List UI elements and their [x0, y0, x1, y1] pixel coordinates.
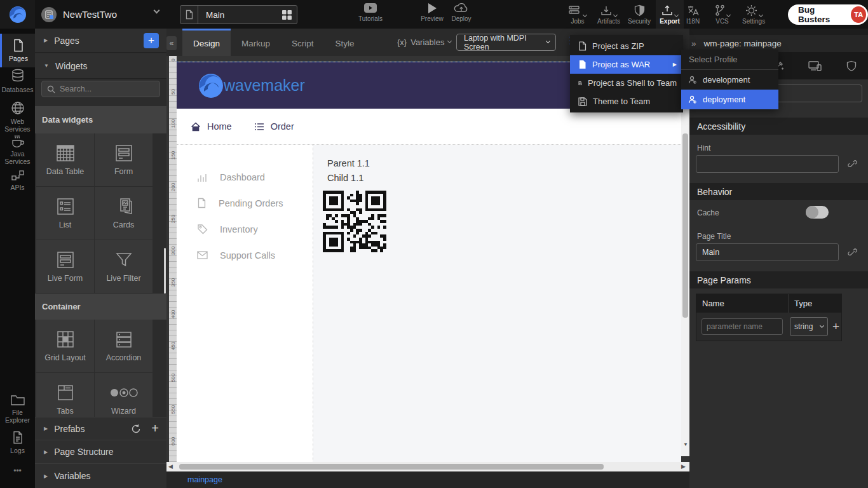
panel-scrollbar-thumb[interactable]	[164, 248, 166, 294]
scroll-down-arrow-icon[interactable]: ▼	[683, 442, 688, 447]
param-type-select[interactable]: string	[790, 317, 828, 336]
horizontal-scrollbar-thumb[interactable]	[179, 464, 604, 470]
hint-input[interactable]	[696, 155, 839, 173]
canvas-horizontal-scrollbar[interactable]: ◀ ▶	[166, 462, 689, 471]
export-menu-button[interactable]: Export	[656, 0, 684, 29]
project-switcher[interactable]: NewTestTwo	[41, 0, 117, 29]
widget-list[interactable]: List	[36, 187, 94, 240]
wavemaker-logo[interactable]	[0, 0, 35, 29]
project-chevron-down-icon[interactable]	[154, 8, 160, 14]
prefabs-section-header[interactable]: ▶ Prefabs +	[35, 417, 166, 440]
device-selector[interactable]: Laptop with MDPI Screen	[456, 34, 556, 51]
widget-live-form[interactable]: Live Form	[36, 240, 94, 293]
menu-item-dashboard[interactable]: Dashboard	[177, 164, 313, 190]
add-page-button[interactable]: +	[144, 33, 159, 48]
nav-order[interactable]: Order	[254, 121, 294, 132]
variables-section-header[interactable]: ▶ Variables	[35, 463, 166, 488]
wizard-icon	[110, 384, 138, 402]
scroll-right-arrow-icon[interactable]: ▶	[681, 463, 686, 470]
page-title-bind-button[interactable]	[845, 245, 859, 259]
parent-label-widget[interactable]: Parent 1.1	[327, 156, 681, 171]
rail-item-databases[interactable]: Databases	[0, 69, 35, 93]
breadcrumb-chevron-icon[interactable]: »	[691, 39, 696, 48]
hint-bind-button[interactable]	[845, 157, 859, 171]
rail-more-button[interactable]: •••	[0, 467, 35, 476]
settings-menu-button[interactable]: Settings	[742, 3, 765, 25]
menu-item-support-calls[interactable]: Support Calls	[177, 242, 313, 268]
menu-item-theme-to-team[interactable]: Theme to Team	[570, 92, 683, 111]
deploy-button[interactable]: Deploy	[444, 3, 479, 22]
widget-data-table[interactable]: Data Table	[36, 133, 94, 186]
tutorials-button[interactable]: Tutorials	[353, 3, 388, 22]
collapse-panel-button[interactable]: «	[166, 36, 177, 50]
rail-label-pages: Pages	[9, 55, 28, 62]
team-account-button[interactable]: Bug Busters TA	[788, 4, 868, 25]
menu-item-project-as-zip[interactable]: Project as ZIP	[570, 37, 683, 55]
user-avatar[interactable]: TA	[851, 6, 866, 23]
artifacts-menu-button[interactable]: Artifacts	[597, 3, 620, 25]
menu-item-project-as-shell[interactable]: Project as Shell to Team	[570, 74, 683, 92]
cache-toggle[interactable]	[806, 206, 829, 219]
search-icon	[47, 85, 55, 93]
tab-style[interactable]: Style	[325, 29, 365, 56]
container-widgets-grid: Grid Layout Accordion Tabs Wizard	[36, 320, 166, 426]
menu-item-project-as-war[interactable]: Project as WAR ▶	[570, 55, 683, 74]
widget-live-filter[interactable]: Live Filter	[95, 240, 153, 293]
tab-script[interactable]: Script	[281, 29, 325, 56]
rail-item-file-explorer[interactable]: File Explorer	[0, 394, 35, 424]
refresh-prefabs-button[interactable]	[131, 424, 141, 434]
tag-icon	[197, 224, 208, 234]
behavior-section-header: Behavior	[689, 183, 868, 200]
tab-design[interactable]: Design	[182, 29, 231, 56]
variables-dropdown[interactable]: {x} Variables	[397, 29, 451, 56]
youtube-icon	[363, 3, 377, 14]
accordion-icon	[115, 330, 133, 348]
settings-chevron-icon	[759, 13, 763, 17]
add-prefab-button[interactable]: +	[151, 421, 159, 436]
widget-grid-layout[interactable]: Grid Layout	[36, 320, 94, 372]
rail-item-web-services[interactable]: Web Services	[0, 100, 35, 133]
widgets-section-header[interactable]: ▼ Widgets	[35, 53, 166, 79]
menu-item-pending-orders[interactable]: Pending Orders	[177, 190, 313, 216]
i18n-button[interactable]: I18N	[686, 3, 700, 25]
security-button[interactable]: Security	[628, 3, 651, 25]
open-page-mainpage[interactable]: mainpage	[187, 475, 222, 484]
profile-development[interactable]: development	[681, 70, 778, 90]
rail-item-apis[interactable]: APIs	[0, 169, 35, 191]
column-type: Type	[789, 294, 829, 313]
pages-section-header[interactable]: ▶ Pages +	[35, 29, 166, 53]
vertical-scrollbar-thumb[interactable]	[682, 133, 688, 318]
widget-form[interactable]: Form	[95, 133, 153, 186]
prefabs-collapsed-icon: ▶	[44, 426, 48, 431]
menu-item-inventory[interactable]: Inventory	[177, 216, 313, 242]
war-document-icon	[578, 60, 587, 69]
rail-item-java-services[interactable]: Java Services	[0, 134, 35, 165]
widget-cards[interactable]: Cards	[95, 187, 153, 240]
rail-item-pages[interactable]: Pages	[0, 34, 35, 67]
page-title-input[interactable]	[696, 243, 839, 261]
security-shield-icon	[634, 4, 645, 17]
canvas-vertical-scrollbar[interactable]: ▼	[681, 62, 689, 456]
param-name-input[interactable]	[702, 318, 783, 335]
nav-home[interactable]: Home	[191, 121, 232, 132]
tab-markup[interactable]: Markup	[231, 29, 281, 56]
profile-deployment[interactable]: deployment	[681, 90, 778, 109]
devices-icon[interactable]	[808, 60, 822, 71]
shield-outline-icon[interactable]	[846, 60, 857, 72]
vcs-menu-button[interactable]: VCS	[714, 3, 730, 25]
widget-accordion[interactable]: Accordion	[95, 320, 153, 372]
widget-search-box[interactable]	[41, 81, 160, 97]
qr-code-image[interactable]	[323, 191, 386, 252]
add-param-button[interactable]: +	[832, 320, 839, 334]
search-input[interactable]	[60, 85, 149, 93]
jobs-menu-button[interactable]: Jobs	[569, 3, 587, 25]
rail-item-logs[interactable]: Logs	[0, 431, 35, 454]
variables-chevron-icon	[447, 39, 452, 43]
child-label-widget[interactable]: Child 1.1	[327, 171, 681, 186]
open-page-tab[interactable]: Main	[180, 5, 297, 24]
page-grid-icon[interactable]	[282, 10, 292, 20]
page-structure-section-header[interactable]: ▶ Page Structure	[35, 440, 166, 463]
scroll-left-arrow-icon[interactable]: ◀	[168, 463, 173, 470]
databases-icon	[11, 69, 25, 84]
accessibility-label: Accessibility	[697, 121, 745, 132]
